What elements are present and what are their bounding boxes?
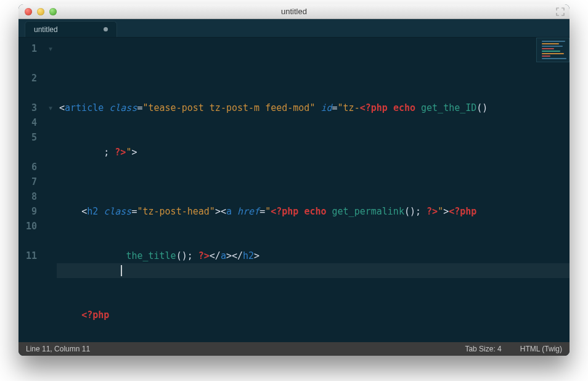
line-number: 7 [18, 174, 41, 189]
line-number: 5 [18, 130, 41, 145]
line-number: 2 [18, 71, 41, 86]
window-title: untitled [18, 7, 570, 16]
line-number: 3 [18, 100, 41, 115]
line-number: 4 [18, 115, 41, 130]
line-number: 11 [18, 248, 41, 263]
fullscreen-icon[interactable] [556, 7, 565, 16]
tab-strip: untitled [18, 19, 570, 38]
code-area[interactable]: <article class="tease-post tz-post-m fee… [57, 38, 570, 342]
tab-label: untitled [34, 25, 58, 34]
zoom-icon[interactable] [49, 8, 57, 15]
titlebar[interactable]: untitled [18, 4, 570, 19]
dirty-indicator-icon [104, 27, 108, 31]
line-number-gutter: 1 2 3 4 5 6 7 8 9 10 11 [18, 38, 44, 342]
status-bar: Line 11, Column 11 Tab Size: 4 HTML (Twi… [18, 342, 570, 356]
fold-marker-icon[interactable]: ▾ [44, 41, 57, 56]
editor[interactable]: 1 2 3 4 5 6 7 8 9 10 11 ▾ ▾ <article cla [18, 38, 570, 342]
minimap[interactable] [536, 38, 570, 62]
fold-gutter: ▾ ▾ [44, 38, 57, 342]
line-number: 6 [18, 160, 41, 174]
minimize-icon[interactable] [37, 8, 44, 15]
status-cursor-position[interactable]: Line 11, Column 11 [26, 345, 90, 353]
traffic-lights [25, 8, 57, 15]
text-cursor [121, 265, 122, 276]
status-syntax-mode[interactable]: HTML (Twig) [520, 345, 562, 353]
line-number: 8 [18, 189, 41, 204]
line-number: 9 [18, 204, 41, 219]
fold-marker-icon[interactable]: ▾ [44, 100, 57, 115]
close-icon[interactable] [25, 8, 32, 15]
line-number: 1 [18, 41, 41, 56]
tab-untitled[interactable]: untitled [25, 21, 117, 37]
status-tab-size[interactable]: Tab Size: 4 [465, 345, 501, 353]
editor-window: untitled untitled 1 2 3 4 5 6 7 8 9 10 [18, 4, 570, 356]
line-number: 10 [18, 219, 41, 234]
